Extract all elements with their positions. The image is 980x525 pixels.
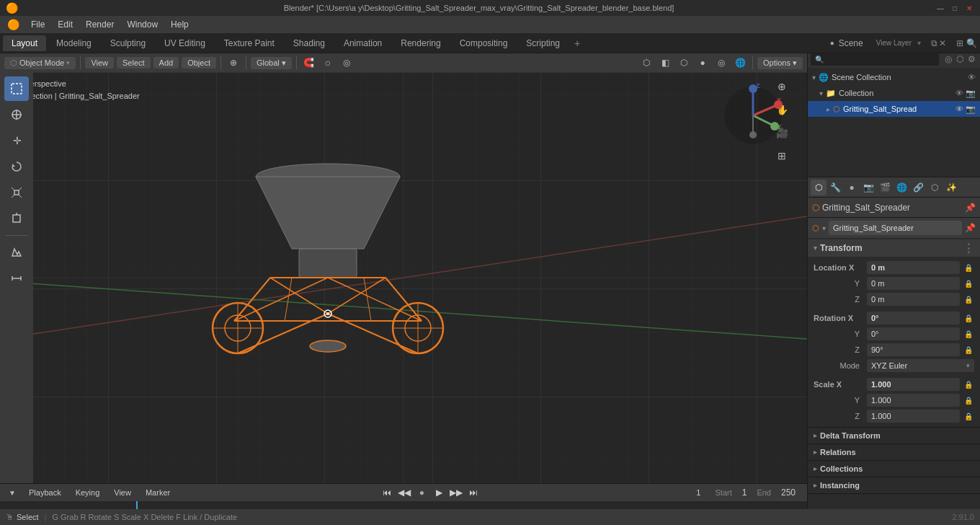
select-box-tool[interactable]: [4, 76, 29, 101]
step-fwd-button[interactable]: ●: [414, 486, 429, 499]
view-menu-timeline[interactable]: View: [108, 487, 137, 498]
keying-menu[interactable]: Keying: [70, 487, 106, 498]
scene-name[interactable]: Scene: [839, 38, 863, 48]
modifier-properties-tab[interactable]: 🔧: [827, 180, 843, 195]
location-z-value[interactable]: 0 m: [867, 293, 960, 306]
3d-viewport[interactable]: User Perspective (1) Collection | Gritti…: [0, 72, 807, 483]
scene-collection-row[interactable]: ▾ 🌐 Scene Collection 👁: [808, 69, 980, 85]
obj-render-icon[interactable]: 📷: [966, 105, 976, 114]
visibility-icon[interactable]: 👁: [956, 89, 963, 98]
snapping-icon[interactable]: 🧲: [301, 56, 317, 70]
scale-x-value[interactable]: 1.000: [867, 378, 960, 391]
world-properties-tab[interactable]: 🌐: [894, 180, 909, 195]
tab-texture-paint[interactable]: Texture Paint: [215, 35, 283, 51]
maximize-button[interactable]: □: [950, 3, 960, 13]
scale-x-lock[interactable]: 🔒: [963, 379, 974, 390]
scale-z-value[interactable]: 1.000: [867, 410, 960, 423]
global-selector[interactable]: Global ▾: [251, 57, 292, 69]
location-x-lock[interactable]: 🔒: [963, 262, 974, 273]
rotation-z-value[interactable]: 90°: [867, 343, 960, 356]
object-menu[interactable]: Object: [182, 57, 216, 69]
jump-start-button[interactable]: ⏮: [379, 486, 395, 499]
select-menu[interactable]: Select: [117, 57, 151, 69]
tab-compositing[interactable]: Compositing: [451, 35, 517, 51]
view-menu[interactable]: View: [85, 57, 114, 69]
menu-file[interactable]: File: [25, 18, 50, 31]
marker-menu[interactable]: Marker: [140, 487, 176, 498]
constraint-properties-tab[interactable]: 🔗: [910, 180, 926, 195]
mode-selector[interactable]: ⬡ Object Mode ▾: [4, 57, 76, 69]
collections-header[interactable]: ▸ Collections: [808, 461, 980, 477]
tab-modeling[interactable]: Modeling: [48, 35, 100, 51]
scale-z-lock[interactable]: 🔒: [963, 410, 974, 422]
menu-render[interactable]: Render: [80, 18, 120, 31]
add-menu[interactable]: Add: [153, 57, 179, 69]
close-button[interactable]: ✕: [964, 3, 974, 13]
collection-row[interactable]: ▾ 📁 Collection 👁 📷: [808, 85, 980, 101]
pin-icon[interactable]: 📌: [965, 203, 976, 213]
start-frame-input[interactable]: 1: [738, 487, 752, 498]
scale-y-value[interactable]: 1.000: [867, 394, 960, 407]
instancing-header[interactable]: ▸ Instancing: [808, 477, 980, 493]
delta-transform-header[interactable]: ▸ Delta Transform: [808, 428, 980, 444]
rotation-mode-select[interactable]: XYZ Euler ▾: [867, 359, 974, 372]
search-icon[interactable]: 🔍: [966, 38, 977, 48]
scale-tool[interactable]: [4, 180, 29, 205]
material-properties-tab[interactable]: ●: [844, 180, 860, 195]
view-type-icon[interactable]: ⊞: [956, 38, 963, 48]
gritting-spreader-row[interactable]: ▸ ⬡ Gritting_Salt_Spread 👁 📷: [808, 101, 980, 117]
tab-animation[interactable]: Animation: [335, 35, 391, 51]
render-icon[interactable]: 📷: [966, 89, 976, 98]
annotate-tool[interactable]: [4, 240, 29, 265]
tab-layout[interactable]: Layout: [3, 35, 46, 51]
rendered-icon[interactable]: 🌐: [732, 56, 748, 70]
options-button[interactable]: Options ▾: [757, 57, 803, 69]
data-block-pin[interactable]: 📌: [965, 223, 976, 233]
tab-scripting[interactable]: Scripting: [517, 35, 569, 51]
relations-header[interactable]: ▸ Relations: [808, 444, 980, 460]
transform-icon[interactable]: ⊕: [226, 56, 241, 70]
step-next-button[interactable]: ▶▶: [448, 486, 464, 499]
data-block-name[interactable]: Gritting_Salt_Spreader: [829, 221, 962, 235]
step-back-button[interactable]: ◀◀: [396, 486, 412, 499]
play-button[interactable]: ▶: [431, 486, 447, 499]
outliner-filter-icon2[interactable]: ⬡: [955, 54, 965, 64]
add-workspace-button[interactable]: +: [570, 36, 584, 50]
tab-shading[interactable]: Shading: [285, 35, 334, 51]
xray-icon[interactable]: ◧: [657, 56, 673, 70]
location-y-lock[interactable]: 🔒: [963, 278, 974, 289]
proportional-edit-icon[interactable]: ○: [320, 56, 336, 70]
location-y-value[interactable]: 0 m: [867, 277, 960, 290]
object-properties-tab[interactable]: ⬡: [811, 180, 827, 195]
menu-help[interactable]: Help: [165, 18, 195, 31]
rotation-y-lock[interactable]: 🔒: [963, 328, 974, 340]
outliner-filter-icon3[interactable]: ⚙: [966, 54, 977, 64]
jump-end-button[interactable]: ⏭: [466, 486, 481, 499]
location-z-lock[interactable]: 🔒: [963, 294, 974, 305]
scene-properties-tab[interactable]: 🎬: [877, 180, 893, 195]
tab-uv-editing[interactable]: UV Editing: [156, 35, 214, 51]
wireframe-icon[interactable]: ⬡: [676, 56, 692, 70]
tab-sculpting[interactable]: Sculpting: [102, 35, 154, 51]
data-properties-tab[interactable]: ⬡: [927, 180, 943, 195]
proportional-icon2[interactable]: ◎: [339, 56, 355, 70]
obj-visibility-icon[interactable]: 👁: [956, 105, 963, 114]
move-tool[interactable]: ✛: [4, 128, 29, 153]
outliner-filter-input[interactable]: 🔍: [811, 53, 939, 66]
cursor-tool[interactable]: [4, 102, 29, 127]
rotation-x-value[interactable]: 0°: [867, 312, 960, 325]
display-overlay[interactable]: ⊞: [772, 146, 792, 166]
transform-menu-icon[interactable]: ⋮: [963, 242, 974, 255]
outliner-filter-icon1[interactable]: ◎: [943, 54, 953, 64]
rotate-tool[interactable]: [4, 154, 29, 179]
fullscreen-icon[interactable]: ⧉: [931, 38, 937, 48]
rotation-z-lock[interactable]: 🔒: [963, 344, 974, 356]
menu-blender[interactable]: 🟠: [3, 19, 24, 30]
transform-section-header[interactable]: ▾ Transform ⋮: [808, 239, 980, 257]
rotation-x-lock[interactable]: 🔒: [963, 312, 974, 324]
measure-tool[interactable]: [4, 266, 29, 291]
minimize-button[interactable]: —: [935, 3, 945, 13]
overlay-icon[interactable]: ⬡: [638, 56, 654, 70]
scale-y-lock[interactable]: 🔒: [963, 394, 974, 406]
menu-edit[interactable]: Edit: [52, 18, 79, 31]
